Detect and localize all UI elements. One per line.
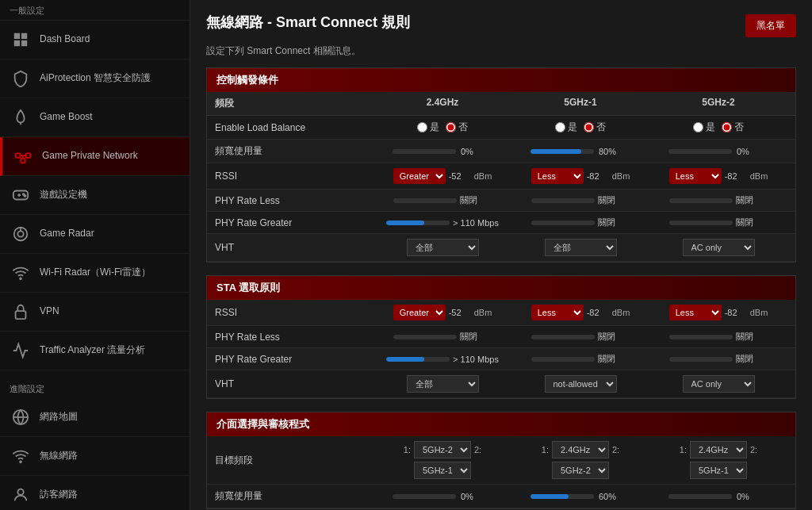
if-bw-24g: 0% (373, 492, 511, 501)
svg-rect-3 (21, 40, 27, 46)
sidebar-item-gamesettings[interactable]: 遊戲設定機 (0, 176, 190, 215)
svg-rect-19 (16, 311, 26, 319)
if-tf-5g1-sel2[interactable]: 5GHz-25GHz-12.4GHz (552, 462, 609, 479)
sta-row-rssi: RSSI GreaterLess -52 dBm LessGreater -82… (207, 300, 795, 326)
vht-5g2-select[interactable]: 全部AC onlynot-allowed (683, 239, 755, 256)
pg-5g1-bg (531, 220, 595, 225)
svg-point-14 (25, 195, 26, 197)
wifi-icon (10, 262, 32, 284)
fu-24g-bar: 0% (393, 147, 492, 156)
interface-section: 介面選擇與審核程式 目標頻段 1: 5GHz-25GHz-12.4GHz 2: … (206, 412, 796, 509)
rssi-5g1: LessGreater -82 dBm (531, 168, 630, 184)
rssi-5g1-mode[interactable]: LessGreater (531, 168, 584, 184)
lb-5g2-no[interactable]: 否 (722, 121, 744, 134)
sidebar-label-gameradar: Game Radar (40, 228, 94, 240)
pl-24g-val: 關閉 (460, 194, 492, 206)
svg-rect-7 (21, 159, 25, 163)
if-tf-5g2-sel2[interactable]: 5GHz-15GHz-22.4GHz (690, 462, 747, 479)
blocklist-button[interactable]: 黑名單 (745, 14, 796, 37)
trigger-row-frequsage: 頻寬使用量 0% 80% 0% (207, 140, 795, 163)
if-tf-5g2: 1: 2.4GHz5GHz-15GHz-2 2: 5GHz-15GHz-22.4… (649, 441, 787, 479)
sidebar-item-vpn[interactable]: VPN (0, 293, 190, 332)
sta-pg-5g1-inner: 關閉 (531, 353, 630, 365)
sta-rssi-5g2-mode[interactable]: LessGreater (669, 305, 722, 320)
sta-row-label-rssi: RSSI (215, 307, 373, 318)
sidebar-item-dashboard[interactable]: Dash Board (0, 21, 190, 59)
sidebar-label-wifiradar: Wi-Fi Radar（Wi-Fi雷達） (40, 267, 151, 279)
if-tf-5g1-sel1[interactable]: 2.4GHz5GHz-15GHz-2 (552, 441, 609, 458)
sta-rssi-5g2-val: -82 (725, 308, 747, 317)
if-tf-5g2-sel1[interactable]: 2.4GHz5GHz-15GHz-2 (690, 441, 747, 458)
sta-rssi-24g-mode[interactable]: GreaterLess (393, 305, 446, 320)
sta-rssi-24g-unit: dBm (474, 308, 492, 317)
sta-vht-5g2-select[interactable]: 全部AC onlynot-allowed (683, 375, 755, 393)
sta-vht-24g-select[interactable]: 全部AC onlynot-allowed (407, 375, 479, 393)
lb-24g-no-radio[interactable] (446, 122, 456, 132)
wireless-icon (10, 445, 32, 467)
sta-rssi-24g-cell: GreaterLess -52 dBm (373, 305, 511, 320)
sidebar-item-aiprotection[interactable]: AiProtection 智慧安全防護 (0, 59, 190, 98)
fu-5g1-value: 80% (599, 147, 630, 156)
vht-5g1-select[interactable]: 全部AC onlynot-allowed (545, 239, 617, 256)
if-tf-5g2-l2: 2: (750, 445, 757, 454)
rssi-24g: GreaterLess -52 dBm (393, 168, 492, 184)
lb-5g2-cell: 是 否 (649, 121, 787, 134)
if-tf-24g-sel2[interactable]: 5GHz-15GHz-22.4GHz (414, 462, 471, 479)
sidebar-item-wifiradar[interactable]: Wi-Fi Radar（Wi-Fi雷達） (0, 254, 190, 293)
if-row-bw: 頻寬使用量 0% 60% 0% (207, 485, 795, 508)
sta-row-phygreater: PHY Rate Greater > 110 Mbps 關閉 關閉 (207, 348, 795, 370)
sta-pg-5g2: 關閉 (649, 353, 787, 365)
if-bw-5g1-bar: 60% (530, 492, 630, 501)
sta-vht-5g1-cell: 全部AC onlynot-allowed (511, 375, 649, 393)
fu-5g1-cell: 80% (511, 147, 649, 156)
if-bw-5g1-fill (530, 494, 569, 499)
sidebar-label-dashboard: Dash Board (40, 33, 90, 46)
if-bw-5g1-val: 60% (599, 492, 630, 501)
if-tf-24g-l2: 2: (474, 445, 481, 454)
if-bw-5g2-bg (668, 494, 732, 499)
sidebar-item-wireless[interactable]: 無線網路 (0, 437, 190, 476)
rssi-24g-mode[interactable]: GreaterLess (393, 168, 446, 184)
sta-pl-5g1: 關閉 (511, 331, 649, 343)
pg-5g2-val: 關閉 (736, 217, 768, 228)
lb-5g2-yes-radio[interactable] (693, 122, 703, 132)
pl-5g2-cell: 關閉 (649, 194, 787, 206)
lb-5g1-yes-radio[interactable] (555, 122, 565, 132)
sidebar-item-traffic[interactable]: Traffic Analyzer 流量分析 (0, 332, 190, 370)
sta-pg-5g1-val: 關閉 (598, 353, 630, 365)
lb-5g1-yes[interactable]: 是 (555, 121, 577, 134)
sidebar-item-gameradar[interactable]: Game Radar (0, 215, 190, 254)
rssi-5g2-mode[interactable]: LessGreater (669, 168, 722, 184)
sidebar-advanced-section: 進階設定 (0, 377, 190, 398)
sta-pl-5g2-val: 關閉 (736, 331, 768, 343)
row-label-vht-trigger: VHT (215, 242, 373, 253)
svg-point-22 (20, 461, 21, 462)
chart-icon (10, 339, 32, 362)
sta-rssi-5g1-mode[interactable]: LessGreater (531, 305, 584, 320)
vht-5g2-cell: 全部AC onlynot-allowed (649, 239, 787, 256)
lb-5g1-no-radio[interactable] (584, 122, 594, 132)
sidebar-item-guestnetwork[interactable]: 訪客網路 (0, 476, 190, 510)
sta-vht-5g1-select[interactable]: 全部AC onlynot-allowed (545, 375, 617, 393)
lb-24g-yes[interactable]: 是 (417, 121, 439, 134)
lb-24g-yes-radio[interactable] (417, 122, 427, 132)
if-bw-5g1-bg (530, 494, 594, 499)
vht-24g-select[interactable]: 全部AC onlynot-allowed (407, 239, 479, 256)
page-subtitle: 設定下列 Smart Connect 相關訊息。 (206, 44, 796, 58)
lb-24g-no[interactable]: 否 (446, 121, 468, 134)
sidebar-item-networkmap[interactable]: 網路地圖 (0, 398, 190, 437)
sidebar-label-wireless: 無線網路 (40, 450, 78, 462)
sidebar-item-gameprivatenetwork[interactable]: Game Private Network (0, 137, 190, 176)
sidebar-label-gameboost: Game Boost (40, 111, 93, 124)
sidebar-item-gameboost[interactable]: Game Boost (0, 98, 190, 137)
sta-vht-5g2-cell: 全部AC onlynot-allowed (649, 375, 787, 393)
fu-24g-value: 0% (461, 147, 492, 156)
lb-5g2-yes[interactable]: 是 (693, 121, 715, 134)
fu-5g1-bg (530, 149, 594, 154)
lb-24g-cell: 是 否 (373, 121, 511, 134)
sta-pl-24g-inner: 關閉 (393, 331, 492, 343)
if-tf-24g-sel1[interactable]: 5GHz-25GHz-12.4GHz (414, 441, 471, 458)
lb-5g2-no-radio[interactable] (722, 122, 732, 132)
svg-rect-2 (14, 40, 20, 46)
lb-5g1-no[interactable]: 否 (584, 121, 606, 134)
